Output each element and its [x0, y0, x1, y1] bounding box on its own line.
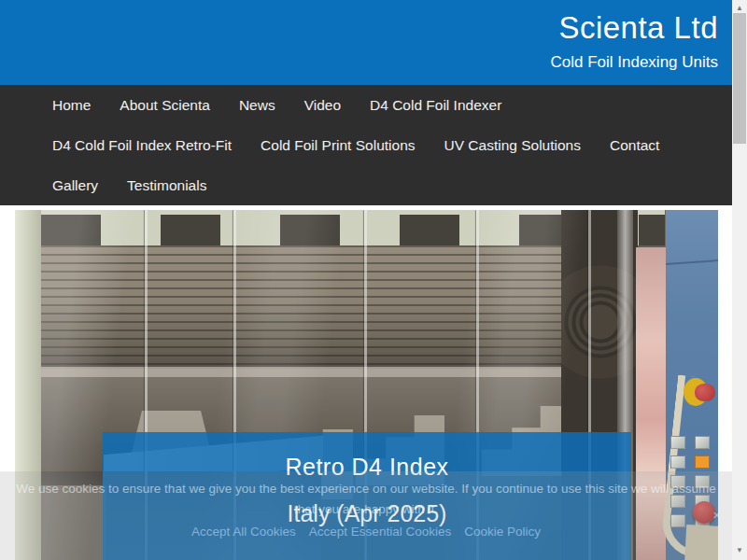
- cookie-accept-all-link[interactable]: Accept All Cookies: [191, 525, 296, 539]
- site-subtitle: Cold Foil Indexing Units: [14, 53, 718, 72]
- main-nav: Home About Scienta News Video D4 Cold Fo…: [0, 85, 732, 205]
- nav-item-d4-cold-foil-indexer[interactable]: D4 Cold Foil Indexer: [370, 97, 501, 114]
- nav-item-uv-casting-solutions[interactable]: UV Casting Solutions: [444, 137, 581, 154]
- close-icon[interactable]: ×: [712, 507, 721, 523]
- nav-item-testimonials[interactable]: Testimonials: [127, 177, 206, 194]
- nav-row-2: D4 Cold Foil Index Retro-Fit Cold Foil P…: [52, 125, 732, 165]
- nav-item-cold-foil-print-solutions[interactable]: Cold Foil Print Solutions: [261, 137, 415, 154]
- emergency-stop-button-upper: [684, 378, 718, 410]
- scrollbar-thumb[interactable]: [733, 13, 746, 144]
- cookie-banner: We use cookies to ensure that we give yo…: [0, 471, 732, 560]
- nav-row-1: Home About Scienta News Video D4 Cold Fo…: [52, 85, 732, 125]
- page: Scienta Ltd Cold Foil Indexing Units Hom…: [0, 0, 732, 560]
- site-title[interactable]: Scienta Ltd: [14, 0, 718, 46]
- panel-button-lit-icon: [695, 455, 710, 469]
- nav-item-d4-cold-foil-index-retro-fit[interactable]: D4 Cold Foil Index Retro-Fit: [52, 137, 232, 154]
- estop-red-knob: [695, 384, 715, 401]
- nav-item-news[interactable]: News: [239, 97, 275, 114]
- vertical-scrollbar[interactable]: ▲ ▼: [732, 0, 747, 560]
- nav-item-video[interactable]: Video: [304, 97, 341, 114]
- panel-button-icon: [670, 455, 685, 469]
- site-header: Scienta Ltd Cold Foil Indexing Units: [0, 0, 732, 85]
- nav-item-gallery[interactable]: Gallery: [52, 177, 98, 194]
- cookie-links: Accept All Cookies Accept Essential Cook…: [0, 525, 732, 539]
- cookie-policy-link[interactable]: Cookie Policy: [464, 525, 541, 539]
- nav-item-contact[interactable]: Contact: [610, 137, 659, 154]
- nav-item-about-scienta[interactable]: About Scienta: [120, 97, 210, 114]
- panel-button-icon: [695, 436, 710, 449]
- cookie-accept-essential-link[interactable]: Accept Essential Cookies: [309, 525, 451, 539]
- panel-button-icon: [670, 436, 685, 449]
- nav-row-3: Gallery Testimonials: [52, 165, 732, 205]
- cookie-message-line2: that you are happy with it.: [0, 502, 732, 516]
- cookie-message-line1: We use cookies to ensure that we give yo…: [0, 471, 732, 496]
- scrollbar-down-arrow-icon[interactable]: ▼: [732, 544, 747, 557]
- nav-item-home[interactable]: Home: [52, 97, 91, 114]
